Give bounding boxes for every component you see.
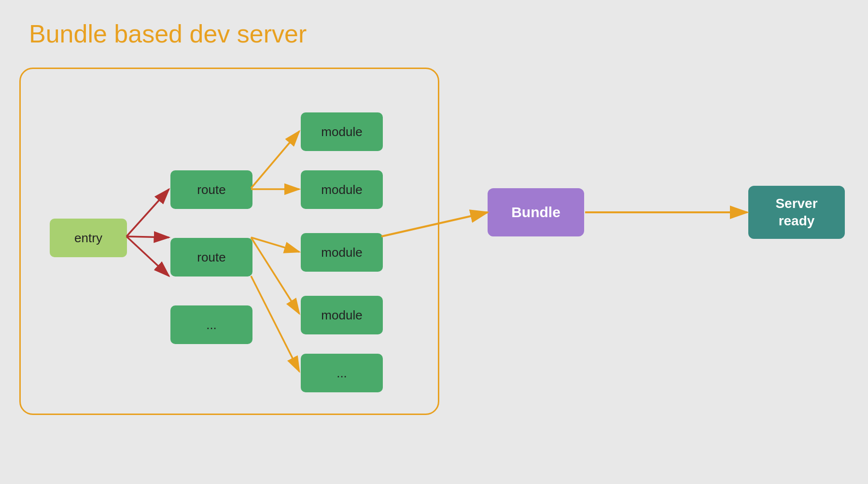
module3-node: module bbox=[301, 233, 383, 272]
module1-node: module bbox=[301, 112, 383, 151]
dots1-node: ... bbox=[170, 305, 252, 344]
server-ready-node: Serverready bbox=[748, 186, 845, 239]
module4-node: module bbox=[301, 296, 383, 334]
entry-node: entry bbox=[50, 219, 127, 257]
bundle-diagram-box: entry route route ... module module modu… bbox=[19, 68, 439, 415]
page-title: Bundle based dev server bbox=[29, 19, 307, 48]
dots2-node: ... bbox=[301, 354, 383, 392]
route2-node: route bbox=[170, 238, 252, 277]
route1-node: route bbox=[170, 170, 252, 209]
module2-node: module bbox=[301, 170, 383, 209]
bundle-node: Bundle bbox=[488, 188, 584, 236]
